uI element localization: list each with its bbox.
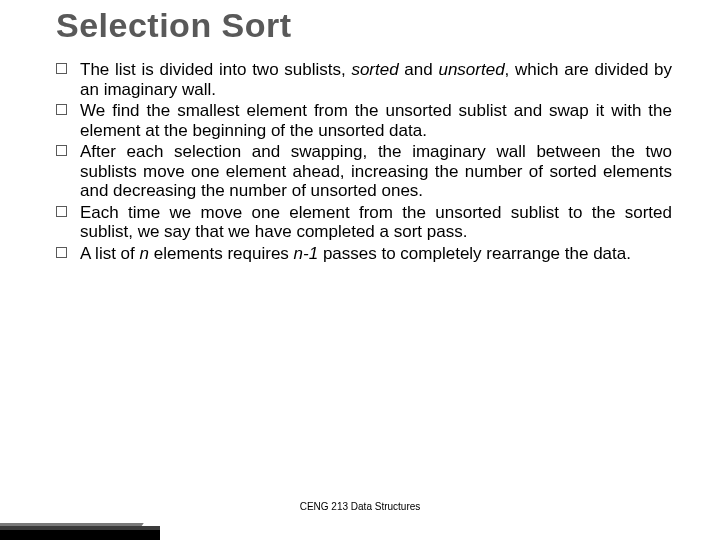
bullet-text-part: elements requires	[149, 244, 294, 263]
bullet-item: A list of n elements requires n-1 passes…	[80, 244, 672, 264]
slide-title: Selection Sort	[56, 6, 292, 45]
bullet-item: After each selection and swapping, the i…	[80, 142, 672, 201]
square-bullet-icon	[56, 63, 67, 74]
bullet-text: We find the smallest element from the un…	[80, 101, 672, 140]
square-bullet-icon	[56, 206, 67, 217]
square-bullet-icon	[56, 145, 67, 156]
bullet-text-part: and	[399, 60, 439, 79]
corner-accent-icon	[0, 496, 160, 540]
bullet-text: Each time we move one element from the u…	[80, 203, 672, 242]
bullet-text-part: A list of	[80, 244, 140, 263]
bullet-item: We find the smallest element from the un…	[80, 101, 672, 140]
bullet-text-part: The list is divided into two sublists,	[80, 60, 351, 79]
bullet-text: After each selection and swapping, the i…	[80, 142, 672, 200]
square-bullet-icon	[56, 247, 67, 258]
square-bullet-icon	[56, 104, 67, 115]
italic-term: unsorted	[438, 60, 504, 79]
slide: Selection Sort The list is divided into …	[0, 0, 720, 540]
slide-body: The list is divided into two sublists, s…	[80, 60, 672, 265]
bullet-text-part: passes to completely rearrange the data.	[318, 244, 631, 263]
italic-term: n-1	[294, 244, 319, 263]
bullet-item: The list is divided into two sublists, s…	[80, 60, 672, 99]
bullet-item: Each time we move one element from the u…	[80, 203, 672, 242]
italic-term: n	[140, 244, 149, 263]
italic-term: sorted	[351, 60, 398, 79]
